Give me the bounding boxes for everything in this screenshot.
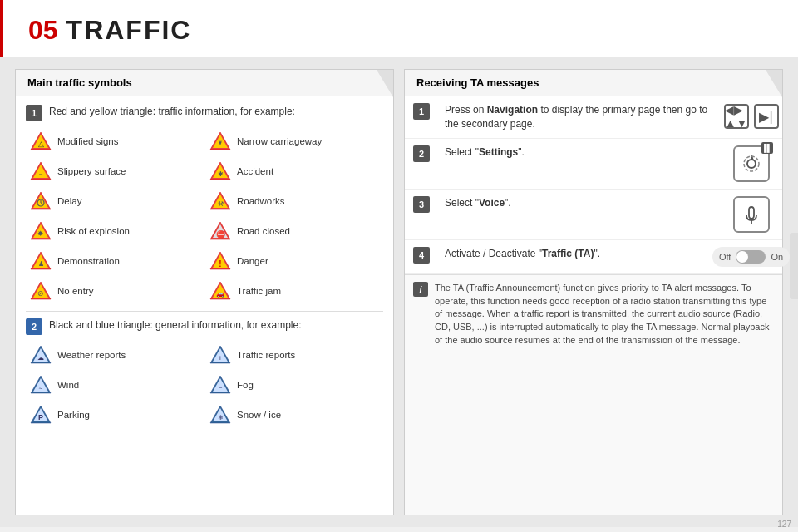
- svg-text:♟: ♟: [38, 260, 44, 268]
- traffic-reports-label: Traffic reports: [237, 350, 295, 360]
- slippery-icon: ~: [29, 160, 52, 183]
- right-step3-content: Select "Voice".: [445, 196, 720, 210]
- svg-text:☁: ☁: [37, 354, 44, 362]
- road-closed-icon: ⛔: [209, 219, 232, 243]
- delay-icon: [29, 190, 52, 213]
- svg-text:🚗: 🚗: [216, 289, 224, 298]
- explosion-icon: ✸: [29, 219, 52, 243]
- voice-bold: Voice: [479, 197, 505, 209]
- settings-gear-icon: [740, 152, 763, 175]
- svg-text:⚒: ⚒: [218, 200, 224, 208]
- symbol-explosion: ✸ Risk of explosion: [29, 218, 200, 244]
- weather-icon: ☁: [29, 343, 52, 367]
- toggle-off-label: Off: [719, 252, 731, 262]
- toggle-track[interactable]: [736, 250, 766, 264]
- traffic-jam-label: Traffic jam: [237, 286, 281, 296]
- parking-icon: P: [29, 403, 52, 426]
- chapter-title: TRAFFIC: [66, 15, 192, 45]
- right-step3: 3 Select "Voice".: [405, 190, 782, 240]
- symbol-accident: ✱ Accident: [209, 158, 380, 185]
- right-step2-num: 2: [413, 145, 430, 162]
- svg-point-55: [747, 160, 756, 168]
- step2-text: Black and blue triangle: general informa…: [49, 318, 302, 332]
- symbol-wind: ≈ Wind: [29, 372, 200, 398]
- wind-label: Wind: [57, 380, 79, 390]
- symbol-slippery: ~ Slippery surface: [29, 158, 200, 185]
- info-icon: i: [413, 282, 428, 297]
- page-header: 05TRAFFIC: [0, 0, 798, 57]
- symbol-road-closed: ⛔ Road closed: [209, 218, 380, 244]
- symbol-fog: ~ Fog: [209, 372, 380, 398]
- symbol-roadworks: ⚒ Roadworks: [209, 188, 380, 214]
- explosion-label: Risk of explosion: [57, 226, 130, 236]
- modified-signs-label: Modified signs: [57, 136, 119, 146]
- right-step1-num: 1: [413, 103, 430, 120]
- right-panel-header: Receiving TA messages: [405, 70, 782, 96]
- right-step1: 1 Press on Navigation to display the pri…: [405, 96, 782, 139]
- right-step4-content: Activate / Deactivate "Traffic (TA)".: [445, 247, 720, 261]
- no-entry-icon: ⊘: [29, 279, 52, 303]
- symbol-weather: ☁ Weather reports: [29, 342, 200, 368]
- weather-label: Weather reports: [57, 350, 126, 360]
- svg-text:❄: ❄: [218, 414, 224, 421]
- step2-row: 2 Black and blue triangle: general infor…: [26, 318, 383, 335]
- right-panel: Receiving TA messages 1 Press on Navigat…: [404, 69, 783, 515]
- danger-icon: !: [209, 249, 232, 273]
- right-step3-icon: [728, 196, 774, 233]
- demonstration-icon: ♟: [29, 249, 52, 273]
- left-panel-body: 1 Red and yellow triangle: traffic infor…: [16, 96, 393, 443]
- right-step4-icon: Off On: [728, 247, 774, 267]
- parking-label: Parking: [57, 410, 90, 420]
- toggle-control[interactable]: Off On: [712, 247, 790, 267]
- snow-ice-label: Snow / ice: [237, 410, 281, 420]
- svg-text:!: !: [219, 259, 221, 268]
- modified-signs-icon: △: [29, 130, 52, 153]
- svg-text:△: △: [38, 140, 44, 148]
- svg-text:~: ~: [219, 384, 223, 392]
- symbol-demonstration: ♟ Demonstration: [29, 248, 200, 274]
- road-closed-label: Road closed: [237, 226, 290, 236]
- svg-text:⛔: ⛔: [216, 229, 226, 239]
- left-panel-header: Main traffic symbols: [16, 70, 393, 96]
- svg-text:✸: ✸: [37, 229, 44, 238]
- symbols-grid-2: ☁ Weather reports i Traffic reports: [26, 342, 383, 428]
- settings-bold: Settings: [479, 146, 518, 158]
- svg-text:P: P: [38, 413, 43, 421]
- right-step2: 2 Select "Settings". ▐▌: [405, 139, 782, 190]
- divider1: [26, 311, 383, 312]
- right-step2-content: Select "Settings".: [445, 145, 720, 160]
- right-step1-icons: ◀▶▲▼ ▶|: [728, 103, 774, 130]
- traffic-reports-icon: i: [209, 343, 232, 367]
- svg-text:i: i: [219, 354, 221, 362]
- nav-forward-icon[interactable]: ▶|: [754, 104, 779, 129]
- voice-microphone-icon: [741, 204, 762, 225]
- info-text: The TA (Traffic Announcement) function g…: [435, 282, 774, 348]
- svg-text:≈: ≈: [39, 384, 43, 392]
- svg-text:⊘: ⊘: [37, 289, 44, 298]
- symbol-no-entry: ⊘ No entry: [29, 278, 200, 304]
- delay-label: Delay: [57, 196, 81, 206]
- symbol-snow-ice: ❄ Snow / ice: [209, 401, 380, 428]
- toggle-knob: [736, 251, 748, 263]
- step1-text: Red and yellow triangle: traffic informa…: [49, 105, 295, 119]
- left-panel: Main traffic symbols 1 Red and yellow tr…: [15, 69, 394, 515]
- svg-text:✱: ✱: [218, 170, 224, 178]
- info-box: i The TA (Traffic Announcement) function…: [405, 274, 782, 515]
- right-step3-num: 3: [413, 196, 430, 213]
- step1-number: 1: [26, 105, 42, 121]
- no-entry-label: No entry: [57, 286, 93, 296]
- symbol-danger: ! Danger: [209, 248, 380, 274]
- fog-icon: ~: [209, 373, 232, 397]
- traffic-ta-bold: Traffic (TA): [542, 248, 594, 259]
- symbol-parking: P Parking: [29, 401, 200, 428]
- right-step2-icon: ▐▌: [728, 145, 774, 182]
- symbol-traffic-reports: i Traffic reports: [209, 342, 380, 368]
- slippery-label: Slippery surface: [57, 166, 126, 176]
- snow-ice-icon: ❄: [209, 403, 232, 426]
- roadworks-label: Roadworks: [237, 196, 285, 206]
- accident-icon: ✱: [209, 160, 232, 183]
- right-step4-num: 4: [413, 247, 430, 264]
- svg-text:~: ~: [39, 170, 43, 178]
- main-content: Main traffic symbols 1 Red and yellow tr…: [0, 57, 798, 527]
- nav-dpad-icon[interactable]: ◀▶▲▼: [724, 104, 749, 129]
